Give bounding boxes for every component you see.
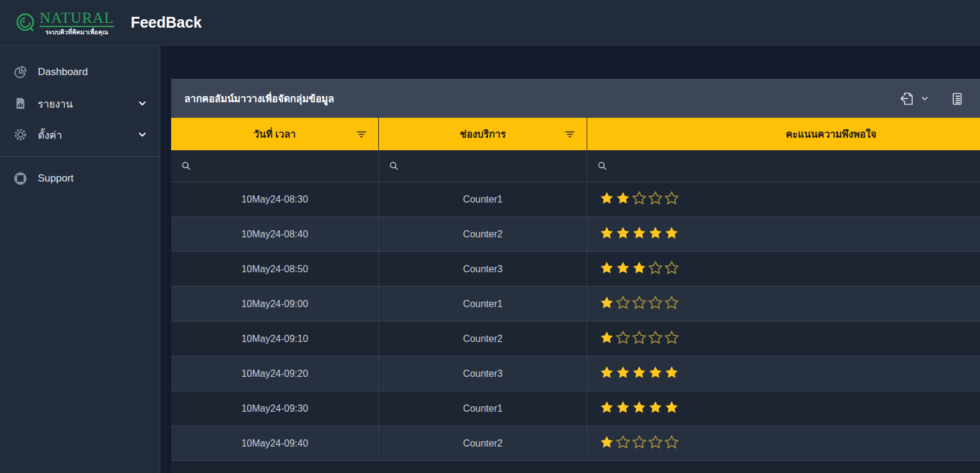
table-row[interactable]: 10May24-09:20 Counter3 — [171, 356, 980, 391]
star-rating — [599, 330, 680, 347]
filter-cell-datetime[interactable] — [171, 150, 378, 182]
star-icon — [648, 191, 663, 206]
star-icon — [632, 225, 647, 240]
sidebar-item-label: รายงาน — [38, 96, 137, 112]
cell-channel: Counter2 — [378, 217, 587, 251]
cell-channel: Counter3 — [378, 252, 587, 286]
star-icon — [664, 400, 679, 415]
star-icon — [664, 225, 679, 240]
search-icon — [597, 160, 608, 171]
table-row[interactable]: 10May24-08:40 Counter2 — [171, 217, 980, 252]
star-icon — [648, 225, 663, 240]
gear-icon — [13, 127, 28, 142]
star-icon — [616, 330, 631, 345]
cell-datetime: 10May24-09:20 — [171, 356, 378, 391]
star-icon — [632, 400, 647, 415]
star-icon — [599, 225, 614, 240]
star-icon — [648, 330, 663, 345]
cell-rating — [587, 182, 980, 216]
sidebar-item-label: Dashboard — [38, 66, 148, 78]
feedback-grid: ลากคอลัมน์มาวางเพื่อจัดกลุ่มข้อมูล — [171, 79, 980, 473]
column-header-label: วันที่ เวลา — [253, 126, 295, 142]
star-icon — [616, 225, 631, 240]
column-header-label: ช่องบริการ — [460, 126, 506, 142]
table-row[interactable]: 10May24-09:40 Counter2 — [171, 426, 980, 461]
star-icon — [599, 295, 614, 310]
table-header-row: วันที่ เวลา ช่องบริการ คะแนนความพึงพอใจ — [171, 118, 980, 150]
table-row[interactable]: 10May24-09:00 Counter1 — [171, 287, 980, 322]
cell-rating — [587, 391, 980, 426]
star-rating — [599, 435, 680, 452]
filter-input-channel[interactable] — [404, 156, 587, 175]
table-row[interactable]: 10May24-08:50 Counter3 — [171, 252, 980, 287]
column-header-rating[interactable]: คะแนนความพึงพอใจ — [587, 118, 980, 150]
cell-datetime: 10May24-09:10 — [171, 322, 378, 356]
cell-rating — [587, 426, 980, 460]
sidebar-item-dashboard[interactable]: Dashboard — [0, 56, 160, 88]
star-icon — [664, 365, 679, 380]
column-chooser-button[interactable] — [948, 89, 967, 108]
star-icon — [648, 435, 663, 450]
sidebar-item-label: Support — [38, 172, 148, 185]
cell-channel: Counter1 — [378, 287, 587, 321]
star-icon — [664, 435, 679, 450]
top-bar: NATURAL ระบบคิวที่คิดมาเพื่อคุณ FeedBack — [0, 0, 980, 46]
search-icon — [181, 160, 192, 171]
star-icon — [664, 260, 679, 275]
star-icon — [616, 260, 631, 275]
cell-channel: Counter2 — [378, 426, 587, 460]
star-icon — [632, 330, 647, 345]
star-rating — [599, 295, 680, 313]
cell-channel: Counter3 — [378, 356, 587, 391]
filter-cell-channel[interactable] — [378, 150, 587, 182]
star-icon — [616, 400, 631, 415]
sidebar-item-support[interactable]: Support — [0, 163, 160, 194]
filter-input-datetime[interactable] — [196, 156, 378, 175]
table-row[interactable]: 10May24-08:30 Counter1 — [171, 182, 980, 217]
search-icon — [389, 160, 399, 171]
cell-datetime: 10May24-08:30 — [171, 182, 378, 216]
filter-icon[interactable] — [564, 128, 576, 140]
sidebar: Dashboard รายงาน ตั้งค่า — [0, 46, 160, 473]
cell-rating — [587, 252, 980, 286]
cell-rating — [587, 287, 980, 321]
brand-q-icon — [14, 12, 36, 34]
filter-cell-rating[interactable] — [587, 150, 980, 182]
star-icon — [664, 295, 679, 310]
column-header-datetime[interactable]: วันที่ เวลา — [171, 118, 378, 150]
cell-rating — [587, 217, 980, 251]
sidebar-item-reports[interactable]: รายงาน — [0, 88, 160, 119]
star-rating — [599, 365, 680, 382]
star-icon — [632, 435, 647, 450]
brand-subtitle: ระบบคิวที่คิดมาเพื่อคุณ — [45, 29, 108, 35]
star-icon — [599, 260, 614, 275]
table-row[interactable]: 10May24-09:10 Counter2 — [171, 322, 980, 356]
filter-input-rating[interactable] — [612, 156, 980, 175]
sidebar-item-label: ตั้งค่า — [38, 127, 137, 143]
cell-datetime: 10May24-08:50 — [171, 252, 378, 286]
star-icon — [632, 260, 647, 275]
star-icon — [599, 435, 614, 450]
star-icon — [616, 435, 631, 450]
table-row[interactable]: 10May24-09:30 Counter1 — [171, 391, 980, 426]
table-row-partial[interactable] — [171, 461, 980, 473]
sidebar-item-settings[interactable]: ตั้งค่า — [0, 119, 160, 150]
grid-group-panel: ลากคอลัมน์มาวางเพื่อจัดกลุ่มข้อมูล — [171, 79, 980, 118]
cell-datetime: 10May24-09:00 — [171, 287, 378, 321]
column-header-label: คะแนนความพึงพอใจ — [786, 126, 877, 142]
chevron-down-icon — [920, 94, 930, 103]
star-rating — [599, 260, 680, 278]
export-button[interactable] — [897, 88, 932, 109]
star-icon — [599, 191, 614, 206]
column-header-channel[interactable]: ช่องบริการ — [378, 118, 587, 150]
cell-channel: Counter1 — [378, 182, 587, 216]
grid-scroll-area[interactable]: วันที่ เวลา ช่องบริการ คะแนนความพึงพอใจ — [171, 118, 980, 473]
column-chooser-icon — [950, 91, 964, 106]
cell-datetime: 10May24-09:40 — [171, 426, 378, 460]
star-rating — [599, 191, 680, 208]
chevron-down-icon — [137, 129, 148, 140]
brand-logo[interactable]: NATURAL ระบบคิวที่คิดมาเพื่อคุณ — [14, 10, 114, 35]
cell-rating — [587, 356, 980, 391]
filter-icon[interactable] — [355, 128, 368, 140]
star-icon — [648, 365, 663, 380]
